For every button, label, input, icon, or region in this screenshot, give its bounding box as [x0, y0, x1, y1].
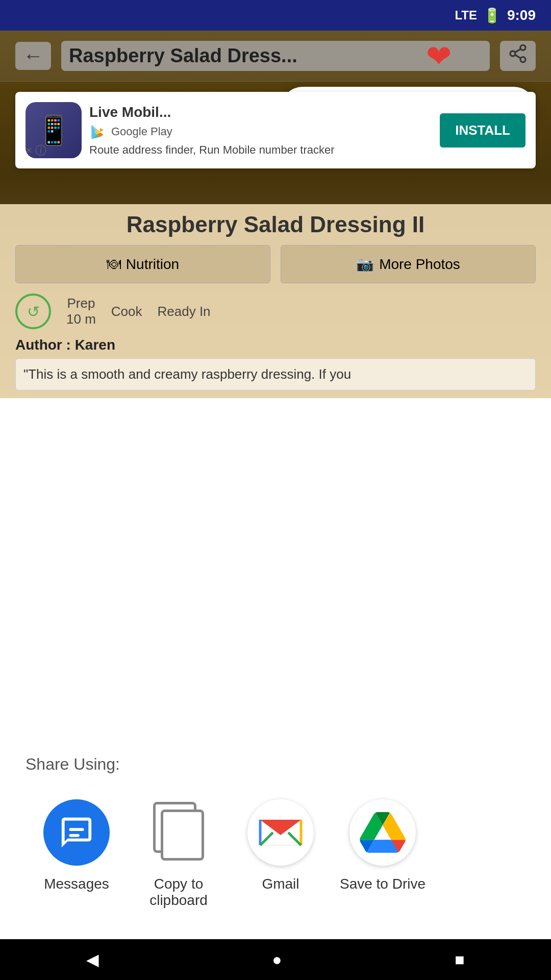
- svg-point-1: [510, 51, 515, 56]
- time-display: 9:09: [507, 7, 536, 23]
- recipe-title: Raspberry Salad Dressing II: [15, 212, 536, 237]
- battery-icon: 🔋: [483, 7, 501, 24]
- back-button[interactable]: ←: [15, 42, 51, 70]
- drive-label: Save to Drive: [340, 876, 425, 892]
- photos-button[interactable]: 📷 More Photos: [281, 245, 536, 283]
- ad-title: Live Mobil...: [89, 104, 432, 120]
- nutrition-icon: 🍽: [107, 256, 121, 273]
- recipe-content: Raspberry Salad Dressing II 🍽 Nutrition …: [0, 204, 551, 398]
- share-apps-list: Messages Copy to clipboard: [26, 799, 525, 909]
- photos-label: More Photos: [379, 256, 460, 273]
- info-icon[interactable]: ⓘ: [35, 144, 46, 157]
- top-bar: ← Raspberry Salad Dress... ❤: [0, 31, 551, 82]
- google-play-label: Google Play: [111, 125, 172, 138]
- network-icon: LTE: [455, 8, 477, 22]
- share-messages[interactable]: Messages: [26, 799, 128, 909]
- messages-icon: [43, 799, 110, 866]
- nutrition-button[interactable]: 🍽 Nutrition: [15, 245, 270, 283]
- share-sheet: Share Using: Messages: [0, 734, 551, 939]
- clock-icon: ↺: [15, 293, 51, 329]
- cook-stat: Cook: [111, 304, 142, 320]
- nav-recent-button[interactable]: ■: [455, 950, 464, 969]
- navigation-bar: ◀ ● ■: [0, 939, 551, 980]
- heart-icon: ❤: [418, 36, 459, 77]
- drive-icon: [349, 799, 416, 866]
- clipboard-label: Copy to clipboard: [128, 876, 230, 909]
- recipe-quote: "This is a smooth and creamy raspberry d…: [15, 358, 536, 390]
- status-bar: LTE 🔋 9:09: [0, 0, 551, 31]
- ad-close-area[interactable]: × ⓘ: [26, 143, 46, 158]
- svg-rect-5: [69, 828, 84, 831]
- google-play-badge: Google Play: [89, 123, 432, 141]
- gmail-label: Gmail: [262, 876, 299, 892]
- svg-line-4: [515, 49, 520, 53]
- app-background: ← Raspberry Salad Dress... ❤ recipe adde…: [0, 31, 551, 398]
- ad-banner[interactable]: 📱 Live Mobil...: [15, 92, 536, 168]
- svg-rect-6: [69, 834, 79, 837]
- clipboard-icon: [145, 799, 212, 866]
- nav-back-button[interactable]: ◀: [86, 950, 99, 969]
- share-clipboard[interactable]: Copy to clipboard: [128, 799, 230, 909]
- svg-point-0: [520, 45, 525, 50]
- gmail-icon: [247, 799, 314, 866]
- install-button[interactable]: INSTALL: [440, 113, 525, 148]
- author-text: Author : Karen: [15, 337, 536, 353]
- svg-point-2: [520, 57, 525, 62]
- recipe-buttons: 🍽 Nutrition 📷 More Photos: [15, 245, 536, 283]
- share-gmail[interactable]: Gmail: [230, 799, 332, 909]
- nutrition-label: Nutrition: [126, 256, 179, 273]
- share-drive[interactable]: Save to Drive: [332, 799, 434, 909]
- svg-line-3: [515, 55, 520, 59]
- prep-stat: Prep 10 m: [66, 296, 96, 327]
- ad-content: Live Mobil... Google Pl: [89, 104, 432, 157]
- messages-label: Messages: [44, 876, 109, 892]
- ready-stat: Ready In: [158, 304, 211, 320]
- share-title: Share Using:: [26, 755, 525, 774]
- photos-icon: 📷: [356, 256, 374, 273]
- share-button[interactable]: [500, 41, 536, 71]
- nav-home-button[interactable]: ●: [272, 950, 282, 969]
- close-icon[interactable]: ×: [26, 144, 32, 157]
- ad-description: Route address finder, Run Mobile number …: [89, 143, 432, 157]
- recipe-stats: ↺ Prep 10 m Cook Ready In: [15, 293, 536, 329]
